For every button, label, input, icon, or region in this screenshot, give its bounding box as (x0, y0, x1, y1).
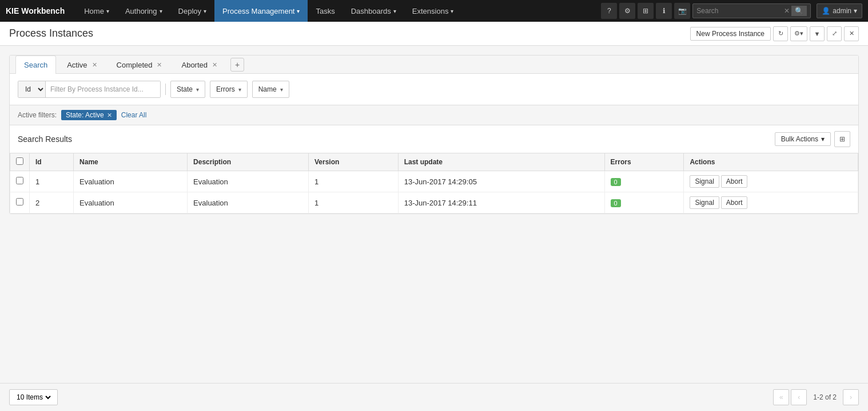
bulk-actions-caret: ▾ (821, 135, 825, 143)
admin-caret: ▾ (854, 7, 857, 15)
brand-logo: KIE Workbench (6, 6, 65, 15)
close-icon-btn[interactable]: ✕ (844, 26, 859, 41)
state-filter-dropdown[interactable]: State ▾ (170, 81, 205, 98)
row-select-checkbox-1[interactable] (16, 198, 23, 206)
add-tab-button[interactable]: + (230, 58, 244, 72)
tab-completed-close-icon[interactable]: ✕ (157, 61, 162, 69)
columns-toggle-button[interactable]: ⊞ (834, 131, 850, 147)
checkbox-header (10, 153, 30, 171)
nav-dashboards[interactable]: Dashboards ▾ (343, 0, 404, 22)
col-header-actions: Actions (684, 153, 858, 171)
row-name-0: Evaluation (74, 171, 188, 192)
nav-home[interactable]: Home ▾ (76, 0, 117, 22)
items-per-page-select[interactable]: 10 Items 25 Items 50 Items (9, 389, 58, 405)
first-page-btn[interactable]: « (773, 389, 789, 405)
tab-aborted[interactable]: Aborted ✕ (173, 56, 226, 74)
col-header-name: Name (74, 153, 188, 171)
page-header-actions: New Process Instance ↻ ⚙ ▾ ▼ ⤢ ✕ (690, 26, 859, 41)
main-content: Search Active ✕ Completed ✕ Aborted ✕ + … (0, 46, 868, 411)
nav-deploy[interactable]: Deploy ▾ (170, 0, 214, 22)
info-icon-btn[interactable]: ℹ (656, 3, 672, 19)
row-version-0: 1 (308, 171, 398, 192)
expand-icon-btn[interactable]: ⤢ (827, 26, 842, 41)
nav-extensions[interactable]: Extensions ▾ (404, 0, 462, 22)
next-page-btn[interactable]: › (843, 389, 859, 405)
tab-aborted-close-icon[interactable]: ✕ (212, 61, 217, 69)
errors-filter-dropdown[interactable]: Errors ▾ (210, 81, 248, 98)
search-clear-btn[interactable]: ✕ (782, 7, 791, 15)
nav-tasks[interactable]: Tasks (308, 0, 343, 22)
settings-icon-btn[interactable]: ⚙ (619, 3, 635, 19)
tab-active-label: Active (67, 61, 87, 69)
name-filter-caret: ▾ (280, 86, 283, 93)
error-badge-1: 0 (611, 199, 621, 207)
row-select-checkbox-0[interactable] (16, 177, 23, 184)
action-signal-btn-0[interactable]: Signal (690, 175, 719, 188)
name-filter-dropdown[interactable]: Name ▾ (252, 81, 289, 98)
col-header-errors: Errors (604, 153, 684, 171)
active-filters-bar: Active filters: State: Active ✕ Clear Al… (10, 105, 858, 125)
tab-active[interactable]: Active ✕ (58, 56, 105, 74)
grid-icon-btn[interactable]: ⊞ (638, 3, 654, 19)
table-row: 2 Evaluation Evaluation 1 13-Jun-2017 14… (10, 192, 858, 214)
prev-page-btn[interactable]: ‹ (791, 389, 807, 405)
settings-dropdown-btn[interactable]: ⚙ ▾ (790, 26, 807, 41)
id-filter-select[interactable]: Id (18, 81, 46, 97)
nav-process-management[interactable]: Process Management ▾ (214, 0, 308, 22)
name-filter-label: Name (258, 85, 277, 93)
row-description-1: Evaluation (188, 192, 309, 214)
state-active-filter-close-icon[interactable]: ✕ (107, 112, 112, 119)
search-submit-btn[interactable]: 🔍 (791, 6, 807, 16)
id-filter-group: Id (18, 81, 161, 98)
clear-all-filters-link[interactable]: Clear All (121, 111, 147, 119)
row-errors-0: 0 (604, 171, 684, 192)
filter-row: Id State ▾ Errors ▾ Name ▾ (18, 81, 850, 98)
camera-icon-btn[interactable]: 📷 (674, 3, 690, 19)
col-header-id: Id (30, 153, 74, 171)
admin-menu-btn[interactable]: 👤 admin ▾ (817, 3, 862, 18)
filter-icon-btn[interactable]: ▼ (810, 26, 825, 41)
columns-icon: ⊞ (839, 135, 845, 143)
tabs-container: Search Active ✕ Completed ✕ Aborted ✕ + … (9, 55, 859, 214)
footer: 10 Items 25 Items 50 Items « ‹ 1-2 of 2 … (0, 383, 868, 411)
help-icon-btn[interactable]: ? (601, 3, 617, 19)
extensions-caret: ▾ (451, 8, 453, 14)
page-info: 1-2 of 2 (809, 393, 841, 401)
bulk-actions-button[interactable]: Bulk Actions ▾ (775, 132, 831, 146)
tab-completed[interactable]: Completed ✕ (108, 56, 171, 74)
tabs-header: Search Active ✕ Completed ✕ Aborted ✕ + (10, 56, 858, 74)
row-last-update-1: 13-Jun-2017 14:29:11 (398, 192, 604, 214)
search-results-title: Search Results (18, 135, 72, 144)
admin-user-icon: 👤 (822, 7, 830, 15)
settings-icon: ⚙ (794, 30, 800, 37)
process-management-caret: ▾ (297, 8, 300, 14)
refresh-icon-btn[interactable]: ↻ (773, 26, 788, 41)
process-instance-id-input[interactable] (46, 81, 160, 97)
row-actions-0: SignalAbort (684, 171, 858, 192)
pagination: « ‹ 1-2 of 2 › (773, 389, 859, 405)
row-id-1: 2 (30, 192, 74, 214)
table-row: 1 Evaluation Evaluation 1 13-Jun-2017 14… (10, 171, 858, 192)
page-header: Process Instances New Process Instance ↻… (0, 22, 868, 46)
nav-authoring[interactable]: Authoring ▾ (117, 0, 170, 22)
nav-right-actions: ? ⚙ ⊞ ℹ 📷 ✕ 🔍 👤 admin ▾ (601, 3, 862, 19)
row-checkbox-1 (10, 192, 30, 214)
row-errors-1: 0 (604, 192, 684, 214)
home-caret: ▾ (106, 8, 109, 14)
action-signal-btn-1[interactable]: Signal (690, 196, 719, 209)
items-per-page-dropdown[interactable]: 10 Items 25 Items 50 Items (14, 393, 53, 402)
tab-search[interactable]: Search (15, 56, 56, 74)
errors-filter-caret: ▾ (238, 86, 241, 93)
dashboards-caret: ▾ (393, 8, 396, 14)
new-process-instance-button[interactable]: New Process Instance (690, 27, 771, 41)
action-abort-btn-1[interactable]: Abort (721, 196, 748, 209)
action-abort-btn-0[interactable]: Abort (721, 175, 748, 188)
tab-active-close-icon[interactable]: ✕ (92, 61, 97, 69)
select-all-checkbox[interactable] (16, 157, 23, 165)
tab-completed-label: Completed (117, 61, 153, 69)
global-search-input[interactable] (696, 7, 782, 15)
row-checkbox-0 (10, 171, 30, 192)
row-last-update-0: 13-Jun-2017 14:29:05 (398, 171, 604, 192)
col-header-description: Description (188, 153, 309, 171)
row-description-0: Evaluation (188, 171, 309, 192)
